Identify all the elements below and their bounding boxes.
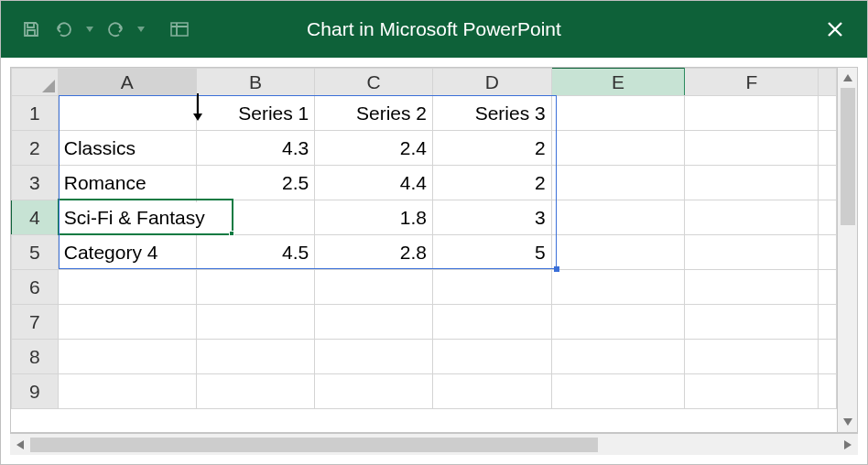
cell-fill-3 (819, 166, 837, 200)
cell-D6[interactable] (433, 270, 552, 305)
column-header-C[interactable]: C (315, 69, 433, 96)
cell-E7[interactable] (551, 305, 685, 340)
hscroll-thumb[interactable] (30, 438, 598, 452)
cell-F4[interactable] (685, 200, 819, 235)
cell-E1[interactable] (551, 96, 685, 131)
scroll-left-icon[interactable] (10, 434, 30, 456)
cell-B4[interactable] (196, 200, 315, 235)
cell-C1[interactable]: Series 2 (315, 96, 433, 131)
vertical-scrollbar[interactable] (837, 68, 857, 432)
cell-B7[interactable] (196, 305, 315, 340)
cell-B3[interactable]: 2.5 (196, 166, 315, 200)
cell-D8[interactable] (433, 340, 552, 374)
cell-E8[interactable] (551, 340, 685, 374)
cell-C8[interactable] (315, 340, 433, 374)
cell-F6[interactable] (685, 270, 819, 305)
cell-E3[interactable] (551, 166, 685, 200)
customize-qa-icon[interactable] (166, 16, 193, 43)
cell-E9[interactable] (551, 374, 685, 409)
cell-F2[interactable] (685, 131, 819, 166)
column-header-E[interactable]: E (551, 69, 685, 96)
cell-fill-9 (819, 374, 837, 409)
cell-A8[interactable] (58, 340, 196, 374)
row-header-4[interactable]: 4 (12, 200, 59, 235)
cell-F1[interactable] (685, 96, 819, 131)
cell-E5[interactable] (551, 235, 685, 270)
scroll-right-icon[interactable] (838, 434, 858, 456)
cell-D5[interactable]: 5 (433, 235, 552, 270)
column-header-F[interactable]: F (685, 69, 819, 96)
hscroll-track[interactable] (30, 434, 838, 456)
data-range-handle[interactable] (554, 266, 559, 272)
cell-C7[interactable] (315, 305, 433, 340)
cell-E2[interactable] (551, 131, 685, 166)
cell-fill-8 (819, 340, 837, 374)
cell-C5[interactable]: 2.8 (315, 235, 433, 270)
row-header-1[interactable]: 1 (12, 96, 59, 131)
cell-A4[interactable]: Sci-Fi & Fantasy (58, 200, 196, 235)
cell-F8[interactable] (685, 340, 819, 374)
cell-B8[interactable] (196, 340, 315, 374)
cell-A3[interactable]: Romance (58, 166, 196, 200)
cell-F7[interactable] (685, 305, 819, 340)
cell-F5[interactable] (685, 235, 819, 270)
cell-B1[interactable]: Series 1 (196, 96, 315, 131)
cell-E6[interactable] (551, 270, 685, 305)
cell-E4[interactable] (551, 200, 685, 235)
row-header-8[interactable]: 8 (12, 340, 59, 374)
cell-B5[interactable]: 4.5 (196, 235, 315, 270)
horizontal-scrollbar[interactable] (10, 433, 858, 455)
cell-D3[interactable]: 2 (433, 166, 552, 200)
vscroll-thumb[interactable] (841, 88, 855, 225)
row-header-9[interactable]: 9 (12, 374, 59, 409)
grid-wrap: ABCDEF1Series 1Series 2Series 32Classics… (10, 67, 858, 433)
undo-dropdown-icon[interactable] (83, 27, 96, 32)
vscroll-track[interactable] (838, 88, 858, 412)
cell-D7[interactable] (433, 305, 552, 340)
row-header-7[interactable]: 7 (12, 305, 59, 340)
cell-C6[interactable] (315, 270, 433, 305)
row-header-6[interactable]: 6 (12, 270, 59, 305)
cell-B6[interactable] (196, 270, 315, 305)
cell-C3[interactable]: 4.4 (315, 166, 433, 200)
quick-access-toolbar (17, 16, 193, 43)
undo-icon[interactable] (50, 16, 78, 43)
cell-A9[interactable] (58, 374, 196, 409)
cell-A2[interactable]: Classics (58, 131, 196, 166)
scroll-down-icon[interactable] (838, 412, 858, 432)
redo-dropdown-icon[interactable] (135, 27, 147, 32)
cell-C4[interactable]: 1.8 (315, 200, 433, 235)
cell-C2[interactable]: 2.4 (315, 131, 433, 166)
cell-fill-5 (819, 235, 837, 270)
cell-B9[interactable] (196, 374, 315, 409)
redo-icon[interactable] (102, 16, 129, 43)
cell-C9[interactable] (315, 374, 433, 409)
row-header-3[interactable]: 3 (12, 166, 59, 200)
workbook-area: ABCDEF1Series 1Series 2Series 32Classics… (1, 58, 867, 464)
cell-D9[interactable] (433, 374, 552, 409)
cell-A6[interactable] (58, 270, 196, 305)
cell-F3[interactable] (685, 166, 819, 200)
cell-D2[interactable]: 2 (433, 131, 552, 166)
scroll-up-icon[interactable] (838, 68, 858, 88)
cell-A1[interactable] (58, 96, 196, 131)
window-title: Chart in Microsoft PowerPoint (307, 18, 561, 40)
save-icon[interactable] (17, 16, 45, 43)
column-header-A[interactable]: A (58, 69, 196, 96)
cell-A5[interactable]: Category 4 (58, 235, 196, 270)
cell-A7[interactable] (58, 305, 196, 340)
grid-inner[interactable]: ABCDEF1Series 1Series 2Series 32Classics… (11, 68, 837, 432)
row-header-2[interactable]: 2 (12, 131, 59, 166)
row-header-5[interactable]: 5 (12, 235, 59, 270)
column-header-B[interactable]: B (196, 69, 315, 96)
cell-F9[interactable] (685, 374, 819, 409)
cell-editor[interactable]: Sci-Fi & Fantasy (64, 202, 209, 233)
select-all-corner[interactable] (12, 69, 59, 96)
cell-fill-2 (819, 131, 837, 166)
close-button[interactable] (819, 14, 851, 45)
column-header-D[interactable]: D (433, 69, 552, 96)
cell-D4[interactable]: 3 (433, 200, 552, 235)
cell-B2[interactable]: 4.3 (196, 131, 315, 166)
cell-D1[interactable]: Series 3 (433, 96, 552, 131)
column-header-fill (819, 69, 837, 96)
